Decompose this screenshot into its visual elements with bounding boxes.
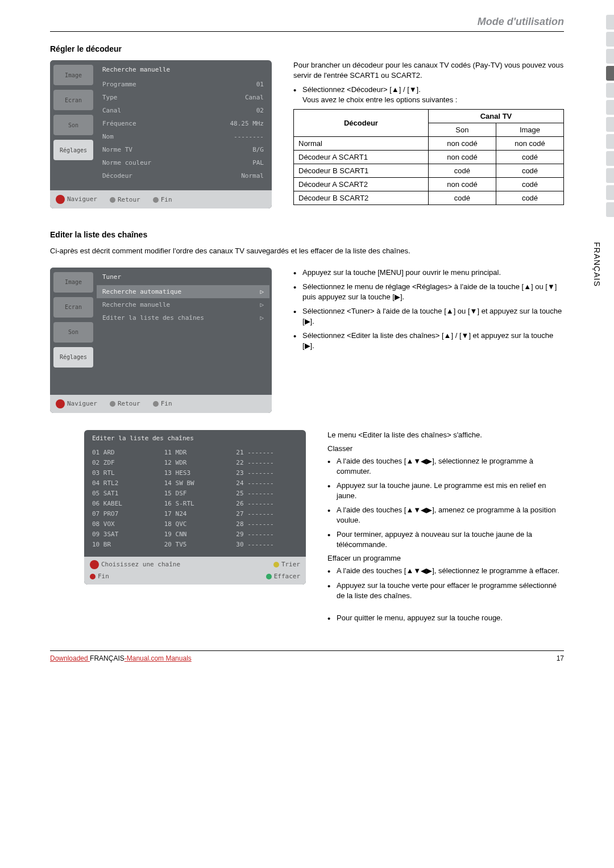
- effacer-step: A l'aide des touches [▲▼◀▶], sélectionne…: [327, 566, 564, 576]
- osd-tab-ecran: Ecran: [53, 297, 93, 318]
- section-title-editlist: Editer la liste des chaînes: [50, 230, 564, 239]
- chlist-fin: Fin: [90, 573, 109, 580]
- osd-fin: Fin: [153, 400, 172, 407]
- osd-return: Retour: [110, 400, 140, 407]
- chlist-col2: 11 MDR12 WDR13 HES314 SW BW15 DSF16 S-RT…: [164, 448, 226, 550]
- header-rule: [50, 31, 564, 32]
- osd-nav-icon: Naviguer: [56, 399, 97, 408]
- osd-tab-ecran: Ecran: [53, 90, 93, 110]
- chlist-col3: 21 -------22 -------23 -------24 -------…: [236, 448, 298, 550]
- lang-tab: [606, 117, 614, 132]
- osd-tab-reglages: Réglages: [53, 347, 93, 368]
- decoder-table: Décodeur Canal TV Son Image Normalnon co…: [293, 109, 564, 205]
- chlist-title: Editer la liste des chaînes: [84, 430, 306, 448]
- osd-fin: Fin: [153, 196, 172, 203]
- osd-tab-image: Image: [53, 65, 93, 85]
- tuner-step: Appuyez sur la touche [MENU] pour ouvrir…: [293, 268, 564, 278]
- lang-tab: [606, 32, 614, 47]
- footer-left: Downloaded FRANÇAIS-Manual.com Manuals: [50, 654, 192, 662]
- osd-tab-reglages: Réglages: [53, 140, 93, 160]
- menu-appears: Le menu <Editer la liste des chaînes> s'…: [327, 430, 564, 440]
- classer-step: Pour terminer, appuyez à nouveau sur la …: [327, 529, 564, 549]
- lang-tab: [606, 185, 614, 200]
- lang-tab: [606, 15, 614, 30]
- effacer-step: Appuyez sur la touche verte pour effacer…: [327, 581, 564, 600]
- osd-channel-list: Editer la liste des chaînes 01 ARD02 ZDF…: [84, 430, 306, 585]
- th-canal: Canal TV: [428, 110, 563, 123]
- language-vertical-label: FRANÇAIS: [592, 242, 601, 287]
- tuner-step: Sélectionnez <Editer la liste des chaîne…: [293, 331, 564, 350]
- decoder-step1: Sélectionnez <Décodeur> [▲] / [▼]. Vous …: [293, 85, 564, 105]
- chlist-choose: Choisissez une chaîne: [90, 560, 180, 569]
- chlist-effacer: Effacer: [266, 573, 300, 580]
- osd-tab-son: Son: [53, 322, 93, 343]
- decoder-intro: Pour brancher un décodeur pour les canau…: [293, 60, 564, 80]
- chlist-col1: 01 ARD02 ZDF03 RTL04 RTL205 SAT106 KABEL…: [92, 448, 154, 550]
- classer-step: A l'aide des touches [▲▼◀▶], sélectionne…: [327, 456, 564, 476]
- osd-title: Recherche manuelle: [102, 66, 264, 73]
- chlist-trier: Trier: [273, 561, 300, 568]
- tuner-step: Sélectionnez <Tuner> à l'aide de la touc…: [293, 306, 564, 326]
- lang-tab: [606, 134, 614, 149]
- lang-tab-selected: [606, 66, 614, 81]
- osd-tab-image: Image: [53, 272, 93, 293]
- quit-step: Pour quitter le menu, appuyez sur la tou…: [327, 613, 564, 623]
- page-header: Mode d'utilisation: [50, 16, 564, 28]
- lang-tab: [606, 202, 614, 217]
- section-title-decoder: Régler le décodeur: [50, 44, 564, 53]
- classer-step: A l'aide des touches [▲▼◀▶], amenez ce p…: [327, 505, 564, 525]
- lang-tab: [606, 151, 614, 166]
- tuner-step: Sélectionnez le menu de réglage <Réglage…: [293, 282, 564, 302]
- th-decoder: Décodeur: [294, 110, 429, 137]
- osd-return: Retour: [110, 196, 140, 203]
- subhead-classer: Classer: [327, 444, 564, 453]
- language-tabs: [606, 15, 614, 219]
- osd-title: Tuner: [102, 273, 264, 281]
- editlist-intro: Ci-après est décrit comment modifier l'o…: [50, 246, 564, 256]
- lang-tab: [606, 83, 614, 98]
- osd-panel-decoder: Image Ecran Son Réglages Recherche manue…: [50, 60, 272, 208]
- osd-nav-icon: Naviguer: [56, 195, 97, 204]
- footer-page-number: 17: [557, 654, 564, 662]
- lang-tab: [606, 49, 614, 64]
- osd-panel-tuner: Image Ecran Son Réglages Tuner Recherche…: [50, 268, 272, 413]
- classer-step: Appuyez sur la touche jaune. Le programm…: [327, 481, 564, 500]
- osd-tab-son: Son: [53, 115, 93, 135]
- lang-tab: [606, 168, 614, 183]
- lang-tab: [606, 100, 614, 115]
- subhead-effacer: Effacer un programme: [327, 554, 564, 562]
